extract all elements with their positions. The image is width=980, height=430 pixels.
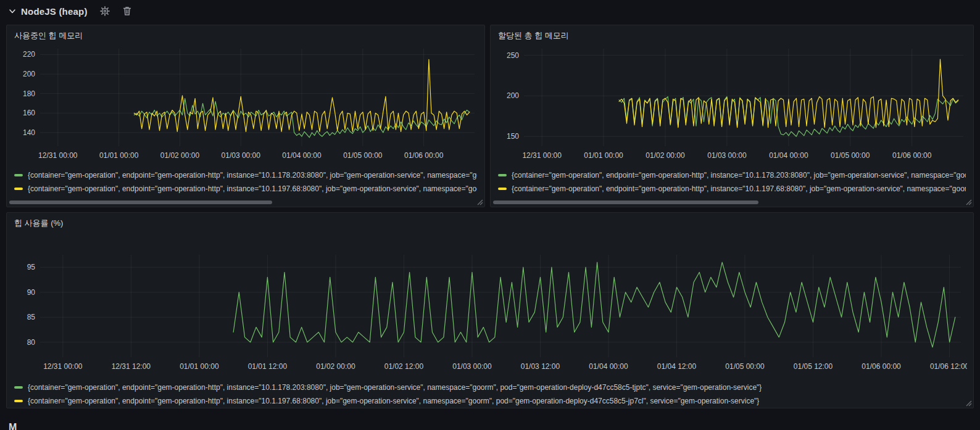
legend-swatch	[14, 386, 23, 389]
timeseries-chart[interactable]: 12/31 00:0001/01 00:0001/02 00:0001/03 0…	[14, 43, 478, 166]
svg-text:01/05 00:00: 01/05 00:00	[831, 151, 870, 160]
scrollbar-thumb[interactable]	[493, 201, 758, 204]
legend-scrollbar[interactable]	[493, 201, 967, 204]
svg-text:01/05 00:00: 01/05 00:00	[725, 362, 765, 371]
legend: {container="gem-operation", endpoint="ge…	[14, 381, 966, 408]
panel-title[interactable]: 힙 사용률 (%)	[14, 217, 966, 230]
row-delete-button[interactable]	[120, 4, 135, 19]
legend-item[interactable]: {container="gem-operation", endpoint="ge…	[14, 394, 966, 408]
svg-text:12/31 12:00: 12/31 12:00	[112, 362, 151, 371]
svg-text:150: 150	[507, 132, 519, 141]
panel-heap-used: 사용중인 힙 메모리 12/31 00:0001/01 00:0001/02 0…	[6, 25, 485, 207]
dashboard-row-header: NodeJS (heap)	[6, 0, 135, 22]
svg-text:12/31 00:00: 12/31 00:00	[38, 151, 78, 160]
svg-text:01/04 00:00: 01/04 00:00	[282, 151, 322, 160]
svg-text:160: 160	[23, 109, 35, 117]
panel-resize-handle[interactable]	[477, 199, 483, 205]
next-row-partial[interactable]: M	[9, 422, 17, 430]
legend-label: {container="gem-operation", endpoint="ge…	[28, 397, 759, 405]
svg-text:220: 220	[23, 50, 35, 59]
svg-text:80: 80	[27, 338, 36, 347]
panel-resize-handle[interactable]	[966, 400, 972, 407]
svg-text:01/03 00:00: 01/03 00:00	[707, 151, 747, 160]
legend-item[interactable]: {container="gem-operation", endpoint="ge…	[14, 182, 477, 196]
svg-text:01/03 00:00: 01/03 00:00	[222, 151, 261, 160]
panel-title[interactable]: 할당된 총 힙 메모리	[498, 29, 966, 43]
svg-text:01/06 00:00: 01/06 00:00	[862, 362, 901, 371]
trash-icon	[123, 6, 131, 16]
svg-text:90: 90	[27, 288, 36, 297]
row-title: NodeJS (heap)	[21, 6, 88, 17]
legend-item[interactable]: {container="gem-operation", endpoint="ge…	[498, 182, 966, 196]
svg-text:01/02 00:00: 01/02 00:00	[316, 362, 355, 371]
chevron-down-icon	[9, 7, 16, 15]
grafana-dashboard: NodeJS (heap)	[0, 0, 980, 430]
legend-swatch	[14, 400, 23, 402]
svg-text:01/02 00:00: 01/02 00:00	[646, 151, 685, 160]
legend-swatch	[498, 188, 507, 190]
svg-text:180: 180	[23, 89, 35, 98]
svg-text:01/01 00:00: 01/01 00:00	[99, 151, 139, 160]
panel-heap-total: 할당된 총 힙 메모리 12/31 00:0001/01 00:0001/02 …	[490, 25, 974, 207]
legend-swatch	[14, 188, 23, 190]
svg-text:01/04 00:00: 01/04 00:00	[589, 362, 628, 371]
svg-text:200: 200	[507, 91, 519, 100]
svg-text:01/03 12:00: 01/03 12:00	[521, 362, 560, 371]
legend-item[interactable]: {container="gem-operation", endpoint="ge…	[14, 381, 966, 394]
svg-text:01/06 12:00: 01/06 12:00	[930, 362, 967, 371]
scrollbar-thumb[interactable]	[9, 201, 272, 204]
panel-heap-usage-percent: 힙 사용률 (%) 12/31 00:0012/31 12:0001/01 00…	[6, 212, 974, 408]
svg-text:12/31 00:00: 12/31 00:00	[43, 362, 83, 371]
svg-text:01/01 00:00: 01/01 00:00	[180, 362, 219, 371]
svg-text:01/04 00:00: 01/04 00:00	[769, 151, 808, 160]
legend-item[interactable]: {container="gem-operation", endpoint="ge…	[14, 168, 477, 182]
timeseries-chart[interactable]: 12/31 00:0001/01 00:0001/02 00:0001/03 0…	[498, 43, 967, 166]
svg-text:250: 250	[507, 51, 519, 60]
svg-text:200: 200	[23, 70, 35, 78]
svg-text:01/06 00:00: 01/06 00:00	[892, 151, 932, 160]
svg-text:01/03 00:00: 01/03 00:00	[452, 362, 492, 371]
legend-label: {container="gem-operation", endpoint="ge…	[512, 171, 966, 180]
svg-text:95: 95	[27, 263, 36, 271]
row-settings-button[interactable]	[98, 4, 112, 19]
svg-text:01/05 00:00: 01/05 00:00	[343, 151, 383, 160]
svg-text:01/05 12:00: 01/05 12:00	[794, 362, 833, 371]
row-collapse-button[interactable]: NodeJS (heap)	[6, 6, 90, 17]
svg-text:85: 85	[27, 313, 36, 321]
svg-text:01/01 12:00: 01/01 12:00	[248, 362, 288, 371]
svg-text:01/06 00:00: 01/06 00:00	[404, 151, 444, 160]
legend-scrollbar[interactable]	[9, 201, 478, 204]
legend-swatch	[498, 174, 507, 176]
legend: {container="gem-operation", endpoint="ge…	[14, 168, 477, 197]
legend-label: {container="gem-operation", endpoint="ge…	[28, 184, 477, 193]
svg-text:12/31 00:00: 12/31 00:00	[522, 151, 562, 160]
svg-text:01/02 12:00: 01/02 12:00	[384, 362, 424, 371]
svg-text:01/01 00:00: 01/01 00:00	[584, 151, 623, 160]
legend-swatch	[14, 174, 23, 176]
panel-resize-handle[interactable]	[966, 199, 972, 205]
legend: {container="gem-operation", endpoint="ge…	[498, 168, 966, 197]
panel-title[interactable]: 사용중인 힙 메모리	[14, 29, 477, 43]
gear-icon	[100, 6, 110, 16]
legend-item[interactable]: {container="gem-operation", endpoint="ge…	[498, 168, 966, 182]
svg-text:01/04 12:00: 01/04 12:00	[657, 362, 697, 371]
legend-label: {container="gem-operation", endpoint="ge…	[28, 383, 762, 392]
legend-label: {container="gem-operation", endpoint="ge…	[28, 171, 477, 180]
timeseries-chart[interactable]: 12/31 00:0012/31 12:0001/01 00:0001/01 1…	[14, 230, 967, 378]
svg-text:140: 140	[23, 128, 35, 137]
svg-text:01/02 00:00: 01/02 00:00	[160, 151, 200, 160]
legend-label: {container="gem-operation", endpoint="ge…	[512, 184, 966, 193]
